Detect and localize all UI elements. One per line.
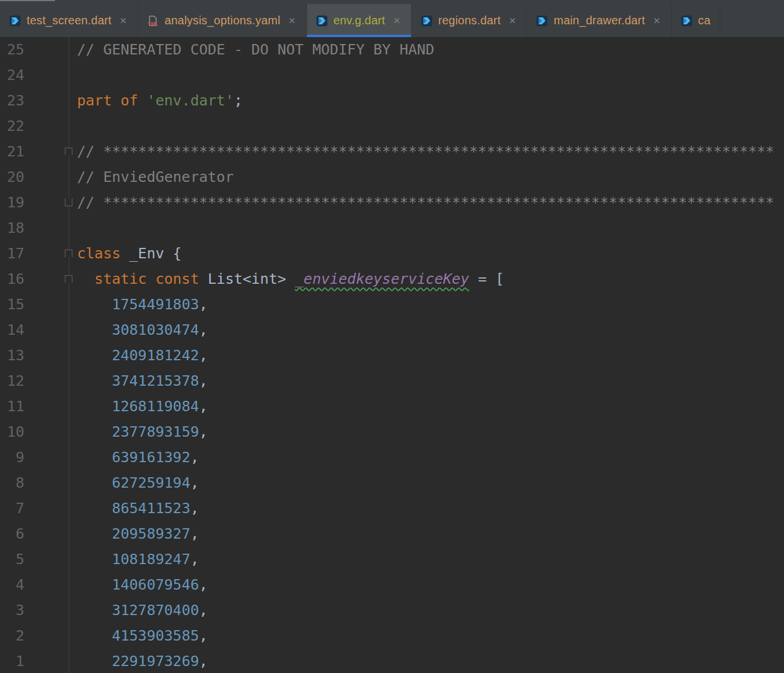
code-text: 3127870400, xyxy=(24,598,208,623)
code-token: _enviedkeyserviceKey xyxy=(295,270,469,287)
code-token: 3741215378 xyxy=(112,372,199,389)
code-token: // *************************************… xyxy=(77,194,774,211)
line-number[interactable]: 21 xyxy=(0,139,24,164)
line-number[interactable]: 14 xyxy=(0,317,24,343)
tab-clipped[interactable]: ca xyxy=(672,4,721,37)
line-number[interactable]: 17 xyxy=(0,241,24,266)
tab-env-g-dart[interactable]: env.g.dart ✕ xyxy=(307,4,412,37)
code-line[interactable]: 14 3081030474, xyxy=(0,317,784,343)
tab-regions-dart[interactable]: regions.dart ✕ xyxy=(412,4,527,37)
close-icon[interactable]: ✕ xyxy=(652,15,662,26)
close-icon[interactable]: ✕ xyxy=(287,15,297,26)
line-number[interactable]: 6 xyxy=(0,521,24,547)
line-number[interactable]: 5 xyxy=(0,547,24,572)
close-icon[interactable]: ✕ xyxy=(119,15,129,26)
code-line[interactable]: 9 639161392, xyxy=(0,445,784,470)
code-token: 2377893159 xyxy=(112,423,199,440)
fold-marker-icon[interactable] xyxy=(65,199,72,206)
code-token: 209589327 xyxy=(112,525,190,542)
code-line[interactable]: 24 xyxy=(0,63,784,88)
code-text: 1406079546, xyxy=(24,572,208,598)
fold-marker-icon[interactable] xyxy=(65,275,72,283)
line-number[interactable]: 16 xyxy=(0,266,24,292)
code-line[interactable]: 17class _Env { xyxy=(0,241,784,266)
code-text: static const List<int> _enviedkeyservice… xyxy=(24,266,504,292)
fold-marker-icon[interactable] xyxy=(65,250,72,257)
fold-marker-icon[interactable] xyxy=(65,148,72,155)
line-number[interactable]: 23 xyxy=(0,88,24,114)
line-number[interactable]: 15 xyxy=(0,292,24,317)
code-token xyxy=(77,525,112,542)
tab-label: regions.dart xyxy=(438,14,501,27)
line-number[interactable]: 19 xyxy=(0,190,24,215)
line-number[interactable]: 1 xyxy=(0,649,24,673)
code-line[interactable]: 4 1406079546, xyxy=(0,572,784,598)
tab-analysis-options-yaml[interactable]: YML analysis_options.yaml ✕ xyxy=(138,4,306,37)
code-token xyxy=(77,372,112,389)
line-number[interactable]: 13 xyxy=(0,343,24,368)
code-line[interactable]: 3 3127870400, xyxy=(0,598,784,623)
code-line[interactable]: 2 4153903585, xyxy=(0,623,784,649)
code-line[interactable]: 7 865411523, xyxy=(0,496,784,521)
tab-main-drawer-dart[interactable]: main_drawer.dart ✕ xyxy=(527,4,671,37)
window-top-edge xyxy=(0,0,55,1)
code-line[interactable]: 25// GENERATED CODE - DO NOT MODIFY BY H… xyxy=(0,37,784,63)
code-text: 108189247, xyxy=(24,547,199,572)
editor[interactable]: 25// GENERATED CODE - DO NOT MODIFY BY H… xyxy=(0,37,784,673)
code-line[interactable]: 15 1754491803, xyxy=(0,292,784,317)
svg-text:YML: YML xyxy=(148,21,158,27)
editor-tab-bar: test_screen.dart ✕ YML analysis_options.… xyxy=(0,0,784,37)
code-line[interactable]: 11 1268119084, xyxy=(0,394,784,419)
line-number[interactable]: 22 xyxy=(0,114,24,139)
code-token: 1754491803 xyxy=(112,296,199,313)
code-text: 4153903585, xyxy=(24,623,208,649)
code-line[interactable]: 18 xyxy=(0,215,784,241)
line-number[interactable]: 2 xyxy=(0,623,24,649)
code-token: 'env.dart' xyxy=(146,92,234,109)
code-line[interactable]: 23part of 'env.dart'; xyxy=(0,88,784,114)
code-line[interactable]: 20// EnviedGenerator xyxy=(0,164,784,190)
code-line[interactable]: 16 static const List<int> _enviedkeyserv… xyxy=(0,266,784,292)
code-line[interactable]: 22 xyxy=(0,114,784,139)
code-line[interactable]: 10 2377893159, xyxy=(0,419,784,445)
code-token: , xyxy=(199,602,208,619)
line-number[interactable]: 11 xyxy=(0,394,24,419)
ide-window: test_screen.dart ✕ YML analysis_options.… xyxy=(0,0,784,673)
line-number[interactable]: 20 xyxy=(0,164,24,190)
code-text: part of 'env.dart'; xyxy=(24,88,243,114)
line-number[interactable]: 25 xyxy=(0,37,24,63)
code-text: 639161392, xyxy=(24,445,199,470)
close-icon[interactable]: ✕ xyxy=(392,15,402,26)
code-line[interactable]: 19// ***********************************… xyxy=(0,190,784,215)
code-text: 2377893159, xyxy=(24,419,208,445)
code-text: 3081030474, xyxy=(24,317,208,343)
tab-test-screen-dart[interactable]: test_screen.dart ✕ xyxy=(0,4,138,37)
code-line[interactable]: 6 209589327, xyxy=(0,521,784,547)
code-line[interactable]: 5 108189247, xyxy=(0,547,784,572)
code-token xyxy=(77,423,112,440)
code-line[interactable]: 21// ***********************************… xyxy=(0,139,784,164)
line-number[interactable]: 3 xyxy=(0,598,24,623)
line-number[interactable]: 7 xyxy=(0,496,24,521)
code-token: , xyxy=(199,347,208,364)
line-number[interactable]: 24 xyxy=(0,63,24,88)
code-text: class _Env { xyxy=(24,241,182,266)
code-token: List<int> xyxy=(199,270,295,287)
code-token: , xyxy=(199,296,208,313)
code-line[interactable]: 12 3741215378, xyxy=(0,368,784,394)
close-icon[interactable]: ✕ xyxy=(508,15,518,26)
code-line[interactable]: 8 627259194, xyxy=(0,470,784,496)
code-line[interactable]: 1 2291973269, xyxy=(0,649,784,673)
line-number[interactable]: 12 xyxy=(0,368,24,394)
code-token: , xyxy=(190,474,199,491)
code-token: , xyxy=(199,398,208,415)
line-number[interactable]: 4 xyxy=(0,572,24,598)
line-number[interactable]: 9 xyxy=(0,445,24,470)
line-number[interactable]: 10 xyxy=(0,419,24,445)
dart-file-icon xyxy=(316,15,328,27)
code-line[interactable]: 13 2409181242, xyxy=(0,343,784,368)
code-token: , xyxy=(190,449,199,466)
line-number[interactable]: 8 xyxy=(0,470,24,496)
code-text: // GENERATED CODE - DO NOT MODIFY BY HAN… xyxy=(24,37,434,63)
line-number[interactable]: 18 xyxy=(0,215,24,241)
